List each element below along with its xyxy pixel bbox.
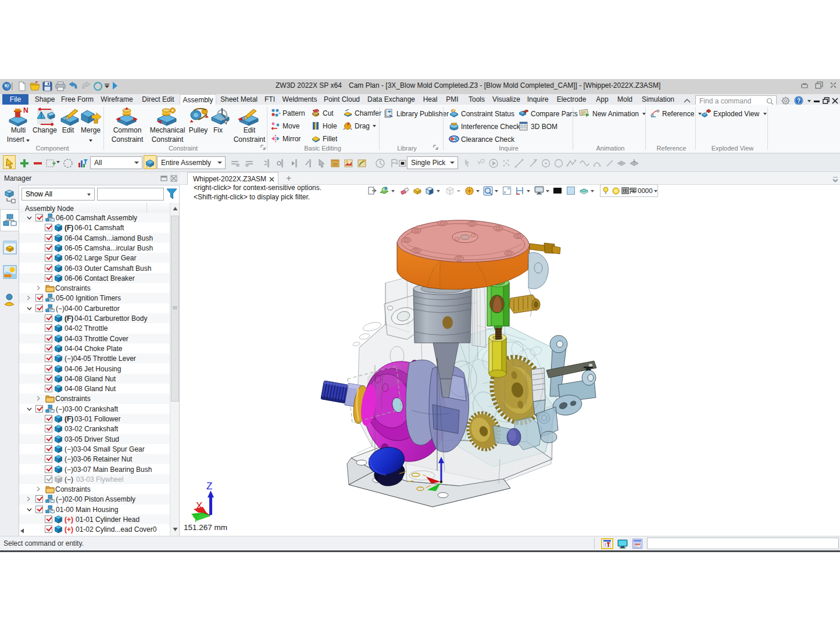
- svg-text:N: N: [23, 107, 28, 114]
- svg-text:Y: Y: [192, 513, 199, 523]
- svg-text:Z: Z: [206, 481, 212, 492]
- svg-text:?: ?: [797, 98, 800, 104]
